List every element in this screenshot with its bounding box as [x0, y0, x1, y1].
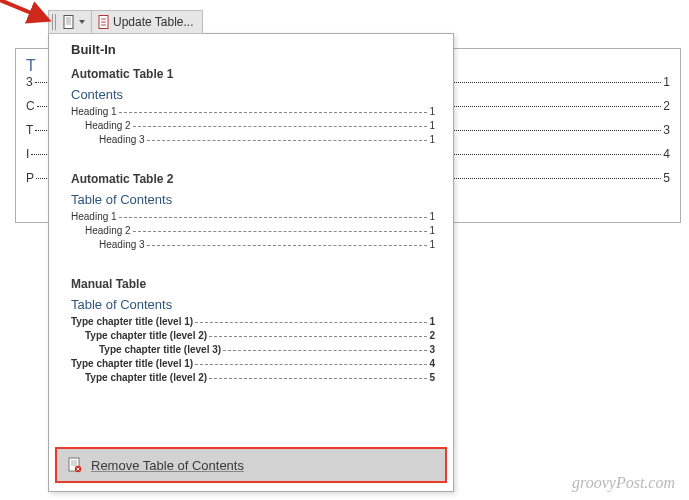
update-table-button[interactable]: Update Table...: [91, 11, 198, 33]
leader-dots: [119, 112, 428, 113]
watermark-text: groovyPost.com: [572, 474, 675, 492]
preview-line-page: 1: [429, 225, 435, 236]
preview-line-page: 1: [429, 106, 435, 117]
toc-gallery-panel: Built-In Automatic Table 1 Contents Head…: [48, 33, 454, 492]
preview-line-page: 1: [429, 316, 435, 327]
leader-dots: [119, 217, 428, 218]
leader-dots: [147, 140, 428, 141]
toc-gallery-button[interactable]: [59, 11, 89, 33]
leader-dots: [209, 378, 427, 379]
preview-title: Table of Contents: [71, 297, 435, 312]
preview-line-label: Type chapter title (level 3): [99, 344, 221, 355]
leader-dots: [133, 231, 428, 232]
preset-preview[interactable]: Table of Contents Heading 11 Heading 21 …: [71, 192, 435, 253]
leader-dots: [195, 364, 427, 365]
leader-dots: [195, 322, 427, 323]
toc-row-page: 5: [663, 171, 670, 185]
preview-line-label: Heading 3: [99, 134, 145, 145]
preview-line-label: Type chapter title (level 1): [71, 358, 193, 369]
toc-row-page: 4: [663, 147, 670, 161]
toc-row-page: 3: [663, 123, 670, 137]
remove-toc-label: Remove Table of Contents: [91, 458, 244, 473]
preview-line-label: Type chapter title (level 2): [85, 330, 207, 341]
leader-dots: [147, 245, 428, 246]
document-refresh-icon: [98, 15, 110, 29]
preview-title: Table of Contents: [71, 192, 435, 207]
toc-toolbar: Update Table...: [48, 10, 203, 34]
document-icon: [63, 15, 75, 29]
preset-automatic-1[interactable]: Automatic Table 1: [49, 61, 453, 87]
preview-line-page: 3: [429, 344, 435, 355]
toc-row-letter: T: [26, 123, 33, 137]
document-delete-icon: [67, 457, 83, 473]
preview-line-page: 2: [429, 330, 435, 341]
toc-row-letter: I: [26, 147, 29, 161]
preview-line-page: 4: [429, 358, 435, 369]
preview-line-label: Heading 2: [85, 225, 131, 236]
preview-line-page: 1: [429, 211, 435, 222]
preset-preview[interactable]: Contents Heading 11 Heading 21 Heading 3…: [71, 87, 435, 148]
preview-line-label: Type chapter title (level 2): [85, 372, 207, 383]
preview-line-label: Heading 2: [85, 120, 131, 131]
preview-line-page: 1: [429, 239, 435, 250]
preview-line-label: Type chapter title (level 1): [71, 316, 193, 327]
leader-dots: [223, 350, 427, 351]
preset-preview[interactable]: Table of Contents Type chapter title (le…: [71, 297, 435, 386]
svg-line-0: [0, 0, 48, 20]
preview-line-label: Heading 3: [99, 239, 145, 250]
preview-line-page: 1: [429, 120, 435, 131]
toc-row-page: 1: [663, 75, 670, 89]
pointer-arrow: [0, 0, 56, 34]
preview-line-page: 5: [429, 372, 435, 383]
toc-row-letter: P: [26, 171, 34, 185]
preview-line-page: 1: [429, 134, 435, 145]
toc-row-letter: 3: [26, 75, 33, 89]
leader-dots: [133, 126, 428, 127]
preview-title: Contents: [71, 87, 435, 102]
preset-manual-table[interactable]: Manual Table: [49, 271, 453, 297]
leader-dots: [209, 336, 427, 337]
update-table-label: Update Table...: [113, 15, 194, 29]
builtin-header: Built-In: [49, 34, 453, 61]
chevron-down-icon: [79, 20, 85, 24]
remove-toc-button[interactable]: Remove Table of Contents: [55, 447, 447, 483]
preview-line-label: Heading 1: [71, 106, 117, 117]
preset-automatic-2[interactable]: Automatic Table 2: [49, 166, 453, 192]
toc-row-page: 2: [663, 99, 670, 113]
preview-line-label: Heading 1: [71, 211, 117, 222]
toc-row-letter: C: [26, 99, 35, 113]
